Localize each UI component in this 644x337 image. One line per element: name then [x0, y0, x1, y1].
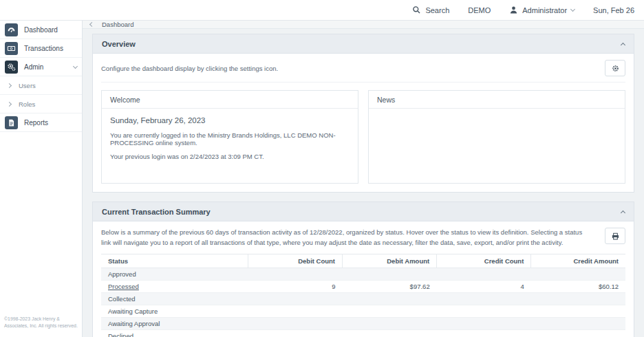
table-row: Collected [101, 293, 625, 305]
sidebar-item-users[interactable]: Users [0, 76, 82, 95]
sidebar-item-label: Admin [24, 63, 43, 71]
content-area: Overview Configure the dashboard display… [83, 29, 644, 337]
print-button[interactable] [605, 228, 625, 244]
sidebar-item-label: Reports [24, 119, 48, 127]
credit-count-cell [437, 330, 531, 337]
config-hint-text: Configure the dashboard display by click… [101, 65, 278, 72]
overview-card-header[interactable]: Overview [93, 34, 634, 54]
breadcrumb: Dashboard [83, 21, 644, 29]
credit-count-cell [437, 268, 531, 281]
status-cell: Collected [101, 293, 248, 305]
status-link[interactable]: Processed [108, 283, 139, 290]
welcome-panel-title: Welcome [102, 91, 358, 109]
credit-amount-cell [531, 318, 625, 330]
collapse-panel-icon[interactable] [621, 42, 625, 47]
credit-amount-cell: $60.12 [531, 281, 625, 293]
credit-count-cell [437, 305, 531, 318]
search-label: Search [425, 6, 449, 14]
table-header: StatusDebit CountDebit AmountCredit Coun… [101, 254, 625, 268]
table-row: Approved [101, 268, 625, 281]
news-panel-title: News [369, 91, 625, 109]
debit-count-cell [248, 318, 342, 330]
credit-count-cell [437, 293, 531, 305]
sidebar-item-admin[interactable]: Admin [0, 58, 82, 76]
main-area: Dashboard Overview Configure the dashboa… [83, 21, 644, 337]
collapse-sidebar-icon[interactable] [89, 22, 94, 27]
sidebar-item-reports[interactable]: Reports [0, 113, 82, 132]
debit-count-cell: 9 [248, 281, 342, 293]
sidebar-item-roles[interactable]: Roles [0, 95, 82, 113]
status-cell: Awaiting Capture [101, 305, 248, 318]
app-root: Search DEMO Administrator Sun, Feb 26 [0, 0, 644, 337]
settings-button[interactable] [605, 60, 625, 76]
previous-login-text: Your previous login was on 2/24/2023 at … [110, 153, 350, 160]
debit-count-cell [248, 268, 342, 281]
table-row: Processed9$97.624$60.12 [101, 281, 625, 293]
topbar-actions: Search DEMO Administrator Sun, Feb 26 [412, 6, 644, 14]
column-header: Debit Count [248, 254, 342, 268]
credit-count-cell [437, 318, 531, 330]
column-header: Credit Amount [531, 254, 625, 268]
news-panel-body [369, 109, 625, 122]
status-cell: Awaiting Approval [101, 318, 248, 330]
chevron-right-icon [7, 83, 12, 87]
column-header: Credit Count [437, 254, 531, 268]
app-shell: Dashboard Transactions [0, 21, 644, 337]
welcome-panel: Welcome Sunday, February 26, 2023 You ar… [101, 90, 358, 184]
welcome-panel-body: Sunday, February 26, 2023 You are curren… [102, 109, 358, 173]
chevron-down-icon [73, 63, 78, 68]
sidebar-item-label: Dashboard [24, 26, 58, 34]
status-cell: Declined [101, 330, 248, 337]
transaction-summary-header[interactable]: Current Transaction Summary [93, 202, 634, 221]
debit-count-cell [248, 293, 342, 305]
credit-amount-cell [531, 293, 625, 305]
table-row: Awaiting Approval [101, 318, 625, 330]
debit-amount-cell [343, 318, 437, 330]
debit-amount-cell [343, 268, 437, 281]
sidebar-item-label: Transactions [24, 45, 63, 52]
copyright-notice: ©1998-2023 Jack Henry & Associates, Inc.… [0, 313, 82, 337]
search-icon [412, 6, 421, 14]
sidebar-item-label: Users [19, 82, 36, 89]
debit-count-cell [248, 330, 342, 337]
overview-card: Overview Configure the dashboard display… [92, 34, 634, 193]
login-system-text: You are currently logged in to the Minis… [110, 131, 350, 146]
column-header: Status [101, 254, 248, 268]
status-cell: Approved [101, 268, 248, 281]
search-button[interactable]: Search [412, 6, 449, 14]
user-icon [509, 6, 518, 14]
sidebar-item-dashboard[interactable]: Dashboard [0, 21, 82, 39]
environment-label[interactable]: DEMO [468, 6, 491, 14]
chevron-down-icon [570, 7, 575, 12]
user-menu[interactable]: Administrator [509, 6, 575, 14]
credit-amount-cell [531, 268, 625, 281]
overview-card-body: Configure the dashboard display by click… [93, 54, 634, 192]
top-bar: Search DEMO Administrator Sun, Feb 26 [0, 0, 644, 21]
credit-count-cell: 4 [437, 281, 531, 293]
status-cell: Processed [101, 281, 248, 293]
debit-amount-cell: $97.62 [343, 281, 437, 293]
user-label: Administrator [522, 6, 567, 14]
collapse-panel-icon[interactable] [621, 210, 625, 215]
summary-description: Below is a summary of the previous 60 da… [101, 228, 591, 248]
table-body: ApprovedProcessed9$97.624$60.12Collected… [101, 268, 625, 337]
summary-description-row: Below is a summary of the previous 60 da… [101, 228, 625, 248]
debit-amount-cell [343, 305, 437, 318]
chevron-right-icon [7, 101, 12, 106]
debit-amount-cell [343, 293, 437, 305]
table-row: Declined [101, 330, 625, 337]
transaction-summary-card: Current Transaction Summary Below is a s… [92, 202, 634, 337]
debit-amount-cell [343, 330, 437, 337]
overview-title: Overview [102, 40, 136, 48]
news-panel: News [368, 90, 625, 184]
admin-gears-icon [5, 61, 18, 74]
debit-count-cell [248, 305, 342, 318]
transaction-summary-title: Current Transaction Summary [102, 208, 211, 216]
overview-panes: Welcome Sunday, February 26, 2023 You ar… [101, 90, 625, 184]
sidebar-item-transactions[interactable]: Transactions [0, 39, 82, 58]
breadcrumb-label: Dashboard [102, 21, 133, 28]
transactions-icon [5, 42, 18, 55]
transaction-summary-body: Below is a summary of the previous 60 da… [93, 221, 634, 337]
dashboard-config-row: Configure the dashboard display by click… [101, 60, 625, 83]
sidebar-item-label: Roles [19, 100, 35, 108]
